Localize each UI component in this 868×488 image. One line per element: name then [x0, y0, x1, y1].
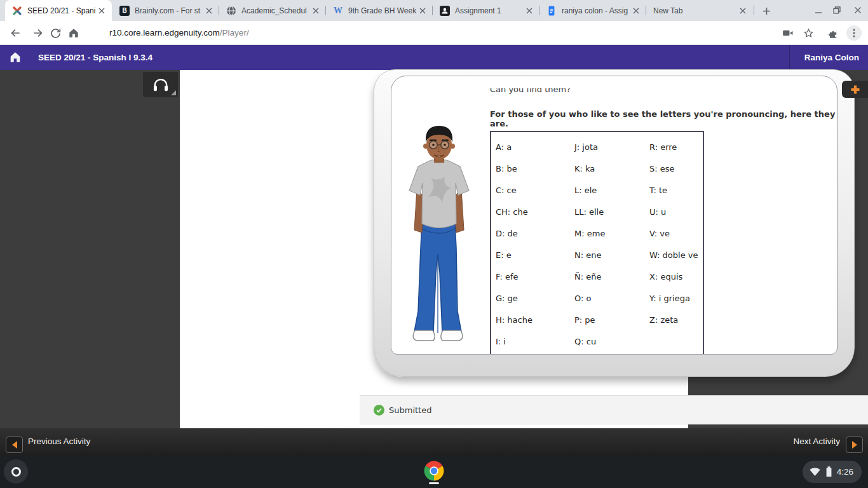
app-home-icon[interactable]	[8, 50, 22, 64]
battery-icon	[825, 466, 832, 478]
tab-close-icon[interactable]	[631, 6, 641, 16]
table-row: A: a J: jota R: erre	[491, 136, 703, 158]
alphabet-cell: F: efe	[496, 272, 574, 281]
tab-brainly[interactable]: B Brainly.com - For st	[112, 0, 219, 21]
chrome-app-icon[interactable]	[423, 460, 445, 482]
alphabet-cell: U: u	[649, 207, 705, 217]
camera-icon[interactable]	[780, 25, 796, 41]
tab-separator	[754, 6, 754, 15]
alphabet-table: A: a J: jota R: erre B: be K: ka S: ese …	[490, 131, 704, 355]
previous-activity-button[interactable]	[6, 437, 23, 453]
tab-assignment-1[interactable]: Assignment 1	[433, 0, 539, 21]
tab-seed-spanish[interactable]: SEED 20/21 - Spani	[5, 0, 112, 21]
alphabet-cell: J: jota	[574, 142, 649, 152]
wifi-icon	[809, 467, 821, 477]
tab-9th-grade-week[interactable]: W 9th Grade BH Week	[326, 0, 433, 21]
alphabet-cell: I: i	[496, 337, 574, 346]
header-divider	[789, 45, 790, 70]
table-row: I: i Q: cu	[491, 330, 703, 352]
tab-title: Academic_Schedul	[241, 6, 311, 15]
table-row: B: be K: ka S: ese	[491, 158, 703, 179]
new-tab-button[interactable]	[759, 3, 774, 18]
lesson-tablet-frame: Can you find them? For those of you who …	[374, 69, 855, 377]
tab-academic-schedule[interactable]: Academic_Schedul	[219, 0, 326, 21]
next-activity-label[interactable]: Next Activity	[793, 428, 840, 455]
tab-separator	[539, 6, 539, 15]
status-badge: Submitted	[389, 405, 431, 415]
table-row: CH: che LL: elle U: u	[491, 201, 703, 222]
resize-corner	[171, 90, 176, 95]
url-path: /Player/	[220, 28, 249, 37]
tab-close-icon[interactable]	[97, 6, 107, 16]
system-status-tray[interactable]: 4:26	[803, 461, 862, 483]
audio-settings-button[interactable]	[143, 72, 178, 97]
launcher-button[interactable]	[4, 459, 28, 484]
back-icon[interactable]	[8, 25, 23, 41]
tab-close-icon[interactable]	[417, 6, 428, 16]
alphabet-cell: LL: elle	[574, 207, 649, 217]
google-docs-icon	[546, 6, 557, 16]
alphabet-cell: G: ge	[496, 294, 574, 303]
table-row: E: e N: ene W: doble ve	[491, 244, 703, 266]
headphones-icon	[151, 77, 170, 92]
next-activity-button[interactable]	[846, 437, 863, 453]
lesson-content-column: Can you find them? For those of you who …	[180, 70, 688, 428]
address-bar[interactable]: r10.core.learn.edgenuity.com/Player/	[109, 28, 249, 37]
tab-close-icon[interactable]	[738, 6, 748, 16]
window-close-button[interactable]	[850, 3, 866, 18]
globe-icon	[226, 6, 236, 16]
alphabet-cell: R: erre	[649, 142, 705, 152]
tab-new-tab[interactable]: New Tab	[646, 0, 753, 21]
reload-icon[interactable]	[48, 25, 63, 41]
window-restore-button[interactable]	[829, 3, 845, 18]
alphabet-cell: B: be	[496, 164, 574, 173]
forward-icon[interactable]	[31, 25, 46, 41]
table-row: H: hache P: pe Z: zeta	[491, 309, 703, 330]
alphabet-cell: N: ene	[574, 250, 649, 260]
alphabet-cell: W: doble ve	[649, 250, 705, 260]
chromeos-shelf: 4:26	[0, 455, 868, 488]
alphabet-cell: L: ele	[574, 186, 649, 195]
table-row: D: de M: eme V: ve	[491, 222, 703, 244]
tab-separator	[432, 6, 433, 15]
alphabet-cell: S: ese	[649, 164, 705, 173]
launcher-circle-icon	[11, 467, 21, 477]
browser-toolbar: r10.core.learn.edgenuity.com/Player/	[0, 21, 868, 45]
activity-nav-bar: Previous Activity Next Activity	[0, 428, 868, 455]
alphabet-cell: Ñ: eñe	[574, 272, 649, 281]
tab-close-icon[interactable]	[311, 6, 321, 16]
tab-close-icon[interactable]	[524, 6, 534, 16]
alphabet-cell: C: ce	[496, 186, 574, 195]
edgenuity-x-icon	[12, 6, 22, 16]
window-minimize-button[interactable]	[810, 3, 827, 18]
extensions-puzzle-icon[interactable]	[825, 25, 841, 41]
alphabet-cell: Z: zeta	[649, 315, 705, 325]
check-circle-icon	[374, 405, 384, 416]
browser-menu-icon[interactable]	[846, 25, 862, 41]
tab-close-icon[interactable]	[204, 6, 214, 16]
lesson-intro-text: Can you find them?	[490, 85, 571, 94]
table-row: G: ge O: o Y: i griega	[491, 287, 703, 309]
previous-activity-label[interactable]: Previous Activity	[28, 428, 90, 455]
tab-title: Brainly.com - For st	[135, 6, 204, 15]
alphabet-cell: E: e	[496, 250, 574, 260]
alphabet-cell: H: hache	[496, 315, 574, 325]
tab-raniya-colon-doc[interactable]: raniya colon - Assig	[539, 0, 646, 21]
bookmark-star-icon[interactable]	[801, 25, 816, 41]
side-panel-toggle-button[interactable]	[842, 81, 868, 98]
alphabet-cell: P: pe	[574, 315, 649, 325]
tab-title: Assignment 1	[455, 6, 524, 15]
home-icon[interactable]	[66, 25, 81, 41]
alphabet-cell: A: a	[496, 142, 574, 152]
tab-separator	[325, 6, 326, 15]
tab-title: 9th Grade BH Week	[348, 6, 417, 15]
submission-status-bar: Submitted	[360, 395, 868, 424]
tab-title: raniya colon - Assig	[562, 6, 631, 15]
edgenuity-header: SEED 20/21 - Spanish I 9.3.4 Raniya Colo…	[0, 45, 868, 70]
user-name[interactable]: Raniya Colon	[804, 45, 859, 70]
brainly-icon: B	[119, 6, 130, 16]
active-app-indicator	[429, 482, 439, 484]
alphabet-cell: Y: i griega	[649, 294, 705, 303]
tab-title: New Tab	[653, 6, 738, 15]
alphabet-cell: CH: che	[496, 207, 574, 217]
